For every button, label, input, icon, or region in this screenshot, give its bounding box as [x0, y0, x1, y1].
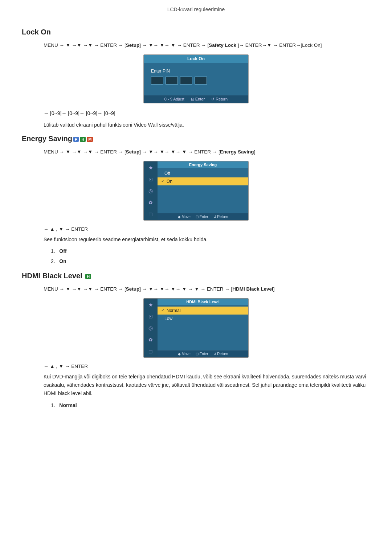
pin-boxes — [151, 77, 241, 85]
hdmi-black-level-section: HDMI Black Level H MENU → ▼ →▼ →▼ → ENTE… — [22, 272, 370, 410]
energy-saving-body: → ▲ , ▼ → ENTER See funktsioon reguleeri… — [44, 226, 370, 266]
energy-saving-arrow-hint: → ▲ , ▼ → ENTER — [44, 226, 370, 232]
energy-saving-section: Energy SavingPHM MENU → ▼ →▼ →▼ → ENTER … — [22, 135, 370, 266]
hdmi-options: ✓ Normal Low — [158, 305, 248, 350]
hdmi-normal-label: Normal — [167, 308, 181, 313]
hdmi-panel-footer: ◆ Move ⊡ Enter ↺ Return — [158, 350, 248, 357]
lock-on-description: Lülitab valitud ekraani puhul funktsioon… — [44, 121, 370, 129]
energy-saving-item-1: 1. Off — [51, 247, 370, 256]
hdmi-sidebar-icon-screen: ⊡ — [147, 312, 155, 320]
pin-box-1[interactable] — [151, 77, 163, 85]
hdmi-item-1: 1. Normal — [51, 401, 370, 410]
hdmi-footer-return: ↺ Return — [213, 352, 228, 356]
energy-saving-description: See funktsioon reguleerib seadme energia… — [44, 235, 370, 243]
hdmi-low-check — [161, 316, 162, 321]
lock-on-pin-hint: → [0~9]→ [0~9]→ [0~9]→ [0~9] — [44, 109, 370, 117]
es-panel-title: Energy Saving — [158, 161, 248, 168]
pin-box-3[interactable] — [180, 77, 192, 85]
badge-m: M — [87, 137, 93, 142]
hdmi-black-level-panel: ★ ⊡ ◎ ✿ ◻ HDMI Black Level ✓ Normal Low — [143, 298, 249, 358]
es-footer-return: ↺ Return — [213, 215, 228, 219]
energy-saving-item-2: 2. On — [51, 257, 370, 266]
lock-on-panel-body: Enter PIN — [144, 63, 248, 95]
bottom-divider — [22, 421, 370, 421]
footer-return: ↺ Return — [211, 97, 228, 102]
es-options: Off ✓ On — [158, 168, 248, 213]
es-sidebar: ★ ⊡ ◎ ✿ ◻ — [144, 161, 158, 220]
sidebar-icon-star: ★ — [147, 164, 155, 172]
hdmi-normal-check: ✓ — [161, 308, 164, 313]
badge-h: H — [80, 137, 86, 142]
sidebar-icon-square: ◻ — [147, 210, 155, 218]
footer-adjust: 0 - 9 Adjust — [164, 97, 184, 101]
page-container: LCD-kuvari reguleerimine Lock On MENU → … — [0, 0, 392, 421]
lock-on-menu-nav: MENU → ▼ →▼ →▼ → ENTER → [Setup] → ▼→ ▼→… — [44, 41, 370, 49]
es-on-label: On — [167, 179, 172, 184]
es-on-check: ✓ — [161, 179, 164, 184]
hdmi-menu-nav: MENU → ▼ →▼ →▼ → ENTER → [Setup] → ▼→ ▼→… — [44, 285, 370, 293]
hdmi-sidebar: ★ ⊡ ◎ ✿ ◻ — [144, 299, 158, 357]
es-footer-move: ◆ Move — [178, 215, 191, 219]
pin-box-2[interactable] — [166, 77, 178, 85]
es-off-label: Off — [164, 171, 170, 176]
page-header: LCD-kuvari reguleerimine — [22, 0, 370, 17]
badge-p: P — [73, 137, 79, 142]
hdmi-option-low[interactable]: Low — [158, 315, 248, 323]
lock-on-panel-title: Lock On — [144, 55, 248, 63]
hdmi-black-level-title: HDMI Black Level H — [22, 272, 370, 280]
hdmi-footer-move: ◆ Move — [178, 352, 191, 356]
sidebar-icon-gear: ✿ — [147, 198, 155, 206]
hdmi-sidebar-icon-star: ★ — [147, 301, 155, 309]
hdmi-main: HDMI Black Level ✓ Normal Low ◆ Move ⊡ E… — [158, 299, 248, 357]
badge-h-hdmi: H — [85, 274, 91, 279]
energy-saving-menu-nav: MENU → ▼ →▼ →▼ → ENTER → [Setup] → ▼→ ▼→… — [44, 148, 370, 156]
hdmi-description: Kui DVD-mängija või digiboks on teie tel… — [44, 373, 370, 398]
hdmi-panel-title: HDMI Black Level — [158, 299, 248, 305]
sidebar-icon-screen: ⊡ — [147, 175, 155, 183]
es-footer-enter: ⊡ Enter — [196, 215, 208, 219]
es-off-check — [161, 171, 162, 176]
enter-pin-label: Enter PIN — [151, 69, 241, 74]
hdmi-low-label: Low — [164, 316, 172, 321]
lock-on-footer: 0 - 9 Adjust ⊡ Enter ↺ Return — [144, 95, 248, 103]
lock-on-title: Lock On — [22, 28, 370, 36]
es-main: Energy Saving Off ✓ On ◆ Move ⊡ Enter ↺ … — [158, 161, 248, 220]
hdmi-footer-enter: ⊡ Enter — [196, 352, 208, 356]
lock-on-body: → [0~9]→ [0~9]→ [0~9]→ [0~9] Lülitab val… — [44, 109, 370, 129]
energy-saving-title: Energy SavingPHM — [22, 135, 370, 143]
lock-on-section: Lock On MENU → ▼ →▼ →▼ → ENTER → [Setup]… — [22, 28, 370, 129]
hdmi-sidebar-icon-gear: ✿ — [147, 336, 155, 344]
hdmi-body: → ▲ , ▼ → ENTER Kui DVD-mängija või digi… — [44, 364, 370, 410]
footer-enter: ⊡ Enter — [191, 97, 205, 102]
sidebar-icon-circle: ◎ — [147, 187, 155, 195]
es-panel-footer: ◆ Move ⊡ Enter ↺ Return — [158, 213, 248, 220]
energy-saving-panel: ★ ⊡ ◎ ✿ ◻ Energy Saving Off ✓ On — [143, 161, 249, 221]
lock-on-panel: Lock On Enter PIN 0 - 9 Adjust ⊡ Enter ↺… — [143, 54, 249, 103]
hdmi-option-normal[interactable]: ✓ Normal — [158, 307, 248, 315]
hdmi-sidebar-icon-square: ◻ — [147, 347, 155, 355]
hdmi-arrow-hint: → ▲ , ▼ → ENTER — [44, 364, 370, 369]
hdmi-sidebar-icon-circle: ◎ — [147, 324, 155, 332]
es-option-off[interactable]: Off — [158, 169, 248, 177]
pin-box-4[interactable] — [195, 77, 207, 85]
page-title: LCD-kuvari reguleerimine — [167, 7, 225, 12]
es-option-on[interactable]: ✓ On — [158, 177, 248, 185]
